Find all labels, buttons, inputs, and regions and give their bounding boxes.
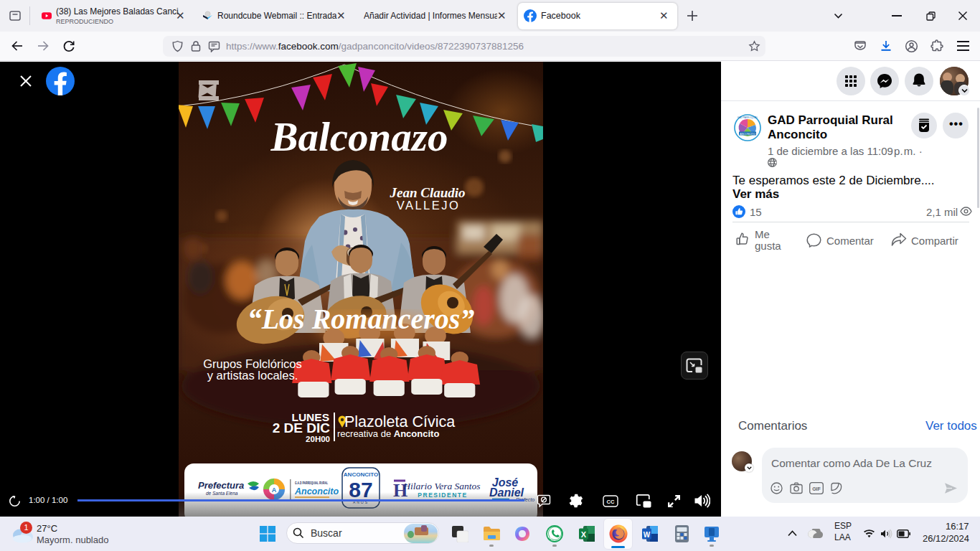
svg-text:ANCONCITO: ANCONCITO xyxy=(740,133,755,136)
svg-text:recreativa de Anconcito: recreativa de Anconcito xyxy=(337,428,439,439)
svg-text:Jean Claudio: Jean Claudio xyxy=(389,185,465,200)
svg-text:X: X xyxy=(581,530,587,539)
svg-text:GAD PARROQUIAL: GAD PARROQUIAL xyxy=(738,116,758,119)
svg-text:CC: CC xyxy=(607,499,615,505)
svg-text:2 DE DIC: 2 DE DIC xyxy=(273,420,331,435)
svg-text:W: W xyxy=(644,531,651,539)
svg-text:Prefectura: Prefectura xyxy=(198,480,244,491)
svg-text:Balconazo: Balconazo xyxy=(270,114,448,159)
svg-text:20H00: 20H00 xyxy=(306,435,330,443)
svg-text:GIF: GIF xyxy=(812,486,821,491)
svg-text:Hilario Vera Santos: Hilario Vera Santos xyxy=(402,481,480,491)
svg-text:VALLEJO: VALLEJO xyxy=(397,199,461,212)
svg-text:G.A.D PARROQUIAL RURAL: G.A.D PARROQUIAL RURAL xyxy=(295,481,328,485)
svg-text:y artistas locales.: y artistas locales. xyxy=(207,369,298,382)
svg-text:“Los Romanceros”: “Los Romanceros” xyxy=(248,303,475,335)
svg-text:ANCONCITO: ANCONCITO xyxy=(344,471,378,478)
